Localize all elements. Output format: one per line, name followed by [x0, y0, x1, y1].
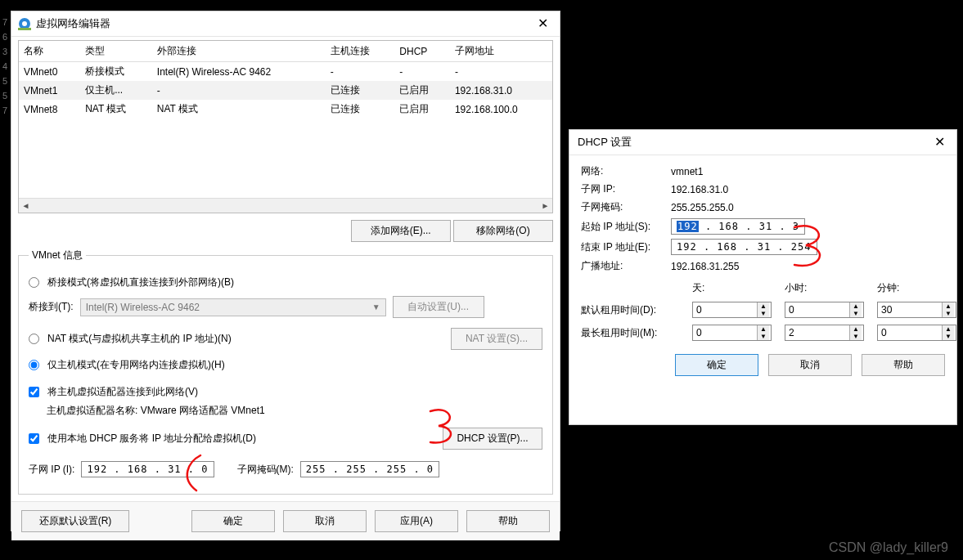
cancel-button[interactable]: 取消: [283, 510, 367, 532]
dhcp-settings-button[interactable]: DHCP 设置(P)...: [443, 428, 542, 450]
dhcp-cancel-button[interactable]: 取消: [768, 354, 852, 376]
bridge-to-value: Intel(R) Wireless-AC 9462: [86, 302, 200, 313]
subnet-mask-input[interactable]: 255 . 255 . 255 . 0: [300, 461, 439, 477]
left-gutter: 7634557: [0, 0, 10, 118]
default-lease-hours[interactable]: ▲▼: [785, 302, 864, 318]
network-table[interactable]: 名称 类型 外部连接 主机连接 DHCP 子网地址 VMnet0桥接模式Inte…: [19, 41, 552, 119]
col-subnet[interactable]: 子网地址: [450, 41, 552, 62]
close-icon[interactable]: ✕: [929, 136, 950, 149]
main-title: 虚拟网络编辑器: [36, 16, 533, 31]
vmnet-info-fieldset: VMnet 信息 桥接模式(将虚拟机直接连接到外部网络)(B) 桥接到(T): …: [18, 249, 553, 495]
default-lease-days[interactable]: ▲▼: [692, 302, 772, 318]
default-lease-minutes[interactable]: ▲▼: [877, 302, 956, 318]
restore-defaults-button[interactable]: 还原默认设置(R): [21, 510, 129, 532]
broadcast-label: 广播地址:: [581, 259, 671, 273]
bridge-radio[interactable]: [29, 277, 39, 288]
network-table-container: 名称 类型 外部连接 主机连接 DHCP 子网地址 VMnet0桥接模式Inte…: [18, 40, 553, 213]
col-type[interactable]: 类型: [80, 41, 152, 62]
bridge-label: 桥接模式(将虚拟机直接连接到外部网络)(B): [47, 276, 234, 289]
chevron-down-icon: ▼: [372, 302, 380, 311]
hour-header: 小时:: [785, 281, 864, 295]
start-ip-label: 起始 IP 地址(S):: [581, 220, 671, 234]
dhcp-settings-dialog: DHCP 设置 ✕ 网络:vmnet1 子网 IP:192.168.31.0 子…: [569, 129, 957, 425]
max-lease-days[interactable]: ▲▼: [692, 325, 772, 341]
nat-label: NAT 模式(与虚拟机共享主机的 IP 地址)(N): [47, 332, 232, 346]
subnet-mask-label: 子网掩码:: [581, 200, 671, 214]
subnet-mask-value: 255.255.255.0: [671, 202, 734, 213]
main-titlebar: 虚拟网络编辑器 ✕: [11, 11, 560, 37]
col-name[interactable]: 名称: [19, 41, 80, 62]
nat-radio[interactable]: [29, 334, 39, 344]
hostonly-radio[interactable]: [29, 360, 39, 370]
svg-rect-2: [18, 28, 31, 30]
connect-host-label: 将主机虚拟适配器连接到此网络(V): [47, 385, 198, 399]
auto-set-button: 自动设置(U)...: [393, 296, 484, 318]
min-header: 分钟:: [877, 281, 956, 295]
max-lease-hours[interactable]: ▲▼: [785, 325, 864, 341]
main-footer: 还原默认设置(R) 确定 取消 应用(A) 帮助: [11, 501, 560, 540]
hostonly-label: 仅主机模式(在专用网络内连接虚拟机)(H): [47, 358, 225, 372]
max-lease-minutes[interactable]: ▲▼: [877, 325, 956, 341]
scroll-right-icon[interactable]: ►: [538, 199, 552, 213]
dhcp-title: DHCP 设置: [576, 135, 929, 150]
col-ext[interactable]: 外部连接: [152, 41, 326, 62]
default-lease-label: 默认租用时间(D):: [581, 303, 679, 317]
use-dhcp-label: 使用本地 DHCP 服务将 IP 地址分配给虚拟机(D): [47, 432, 256, 446]
bridge-to-label: 桥接到(T):: [29, 300, 74, 314]
remove-network-button[interactable]: 移除网络(O): [453, 220, 553, 242]
connect-host-checkbox[interactable]: [29, 387, 39, 397]
col-host[interactable]: 主机连接: [326, 41, 395, 62]
host-adapter-name: 主机虚拟适配器名称: VMware 网络适配器 VMnet1: [47, 405, 265, 416]
bridge-to-combo: Intel(R) Wireless-AC 9462 ▼: [80, 298, 386, 316]
end-ip-label: 结束 IP 地址(E):: [581, 240, 671, 254]
subnet-ip-input[interactable]: 192 . 168 . 31 . 0: [81, 461, 214, 477]
col-dhcp[interactable]: DHCP: [394, 41, 450, 62]
subnet-ip-value: 192.168.31.0: [671, 184, 728, 195]
nat-settings-button: NAT 设置(S)...: [451, 328, 542, 350]
table-row[interactable]: VMnet0桥接模式Intel(R) Wireless-AC 9462---: [19, 62, 552, 82]
close-icon[interactable]: ✕: [533, 17, 553, 30]
subnet-mask-label: 子网掩码(M):: [237, 463, 294, 477]
max-lease-label: 最长租用时间(M):: [581, 326, 679, 340]
help-button[interactable]: 帮助: [466, 510, 550, 532]
add-network-button[interactable]: 添加网络(E)...: [351, 220, 451, 242]
virtual-network-editor-dialog: 虚拟网络编辑器 ✕ 名称 类型 外部连接 主机连接 DHCP 子网地址 VMne…: [11, 11, 560, 531]
network-label: 网络:: [581, 164, 671, 178]
day-header: 天:: [692, 281, 772, 295]
table-row[interactable]: VMnet1仅主机...-已连接已启用192.168.31.0: [19, 81, 552, 100]
svg-point-1: [22, 21, 27, 26]
subnet-ip-label: 子网 IP (I):: [29, 463, 74, 477]
apply-button[interactable]: 应用(A): [375, 510, 458, 532]
dhcp-ok-button[interactable]: 确定: [675, 354, 758, 376]
dhcp-help-button[interactable]: 帮助: [862, 354, 945, 376]
scroll-left-icon[interactable]: ◄: [19, 199, 33, 213]
broadcast-value: 192.168.31.255: [671, 261, 739, 272]
ok-button[interactable]: 确定: [191, 510, 275, 532]
network-value: vmnet1: [671, 166, 703, 177]
fieldset-legend: VMnet 信息: [29, 249, 86, 262]
watermark: CSDN @lady_killer9: [829, 540, 948, 555]
start-ip-input[interactable]: 192 . 168 . 31 . 3: [671, 218, 805, 235]
use-dhcp-checkbox[interactable]: [29, 433, 39, 444]
table-row[interactable]: VMnet8NAT 模式NAT 模式已连接已启用192.168.100.0: [19, 100, 552, 119]
app-icon: [18, 17, 31, 30]
table-scrollbar-h[interactable]: ◄ ►: [19, 198, 552, 213]
subnet-ip-label: 子网 IP:: [581, 182, 671, 196]
end-ip-input[interactable]: 192 . 168 . 31 . 254: [671, 239, 817, 255]
